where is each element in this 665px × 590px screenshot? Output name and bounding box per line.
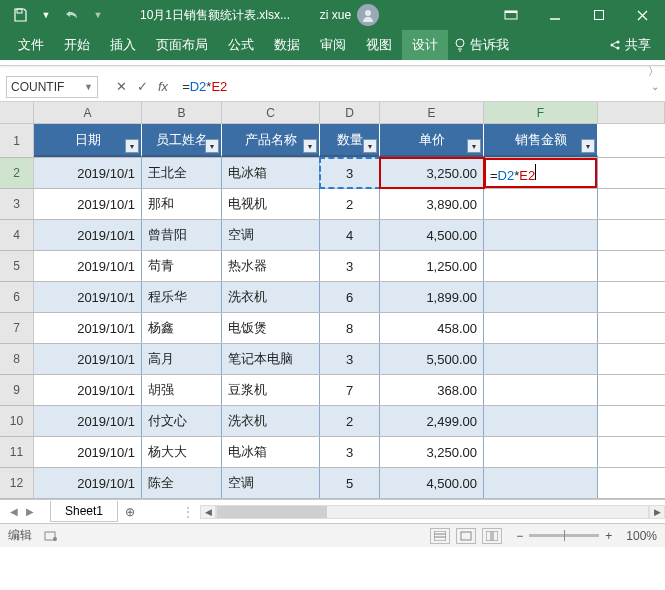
- cancel-formula-icon[interactable]: ✕: [116, 79, 127, 94]
- minimize-icon[interactable]: [533, 0, 577, 30]
- row-header-1[interactable]: 1: [0, 124, 34, 157]
- table-header-amount[interactable]: 销售金额▾: [484, 124, 598, 157]
- col-header-A[interactable]: A: [34, 102, 142, 123]
- filter-icon[interactable]: ▾: [303, 139, 317, 153]
- tab-file[interactable]: 文件: [8, 30, 54, 60]
- cell[interactable]: 电冰箱: [222, 158, 320, 188]
- cell[interactable]: 3: [320, 251, 380, 281]
- tab-design[interactable]: 设计: [402, 30, 448, 60]
- cell[interactable]: 2019/10/1: [34, 406, 142, 436]
- cell[interactable]: [484, 220, 598, 250]
- zoom-slider[interactable]: [529, 534, 599, 537]
- cell-formula-ref-E2[interactable]: 3,250.00: [380, 158, 484, 188]
- cell[interactable]: 5: [320, 468, 380, 498]
- cell[interactable]: 5,500.00: [380, 344, 484, 374]
- cell[interactable]: [484, 251, 598, 281]
- cell[interactable]: 2019/10/1: [34, 220, 142, 250]
- cell[interactable]: 2019/10/1: [34, 189, 142, 219]
- zoom-out-icon[interactable]: −: [516, 529, 523, 543]
- row-header[interactable]: 5: [0, 251, 34, 281]
- cell[interactable]: 2: [320, 189, 380, 219]
- row-header[interactable]: 9: [0, 375, 34, 405]
- cell[interactable]: 8: [320, 313, 380, 343]
- cell[interactable]: 杨鑫: [142, 313, 222, 343]
- tab-review[interactable]: 审阅: [310, 30, 356, 60]
- cell[interactable]: 3,250.00: [380, 437, 484, 467]
- tab-view[interactable]: 视图: [356, 30, 402, 60]
- row-header[interactable]: 7: [0, 313, 34, 343]
- sheet-nav-next-icon[interactable]: ▶: [26, 506, 34, 517]
- cell[interactable]: 368.00: [380, 375, 484, 405]
- cell[interactable]: 2019/10/1: [34, 437, 142, 467]
- save-icon[interactable]: [8, 3, 32, 27]
- qat-dropdown-icon[interactable]: ▼: [34, 3, 58, 27]
- maximize-icon[interactable]: [577, 0, 621, 30]
- cell[interactable]: 2019/10/1: [34, 375, 142, 405]
- cell[interactable]: 洗衣机: [222, 406, 320, 436]
- table-header-price[interactable]: 单价▾: [380, 124, 484, 157]
- zoom-in-icon[interactable]: +: [605, 529, 612, 543]
- cell[interactable]: 空调: [222, 468, 320, 498]
- expand-formula-bar-icon[interactable]: ⌄: [645, 81, 665, 92]
- row-header[interactable]: 8: [0, 344, 34, 374]
- scroll-left-icon[interactable]: ◀: [200, 505, 216, 519]
- cell[interactable]: 胡强: [142, 375, 222, 405]
- close-icon[interactable]: [621, 0, 665, 30]
- cell[interactable]: 3,890.00: [380, 189, 484, 219]
- collapse-ribbon-icon[interactable]: 〉: [648, 64, 659, 79]
- cell[interactable]: 苟青: [142, 251, 222, 281]
- tab-home[interactable]: 开始: [54, 30, 100, 60]
- cell[interactable]: 那和: [142, 189, 222, 219]
- cell[interactable]: 4,500.00: [380, 220, 484, 250]
- cell[interactable]: 3: [320, 344, 380, 374]
- cell[interactable]: [484, 375, 598, 405]
- filter-icon[interactable]: ▾: [205, 139, 219, 153]
- name-box-dropdown-icon[interactable]: ▼: [84, 82, 93, 92]
- cell[interactable]: 6: [320, 282, 380, 312]
- cell[interactable]: 电饭煲: [222, 313, 320, 343]
- cell[interactable]: 付文心: [142, 406, 222, 436]
- cell[interactable]: 1,899.00: [380, 282, 484, 312]
- cell[interactable]: 电冰箱: [222, 437, 320, 467]
- col-header-C[interactable]: C: [222, 102, 320, 123]
- cell[interactable]: [484, 437, 598, 467]
- cell[interactable]: 2: [320, 406, 380, 436]
- enter-formula-icon[interactable]: ✓: [137, 79, 148, 94]
- cell[interactable]: 曾昔阳: [142, 220, 222, 250]
- scroll-thumb[interactable]: [217, 506, 327, 518]
- cell[interactable]: 豆浆机: [222, 375, 320, 405]
- row-header[interactable]: 10: [0, 406, 34, 436]
- cell[interactable]: 2019/10/1: [34, 282, 142, 312]
- table-header-employee[interactable]: 员工姓名▾: [142, 124, 222, 157]
- tab-formulas[interactable]: 公式: [218, 30, 264, 60]
- active-cell-F2[interactable]: =D2*E2: [484, 158, 598, 188]
- cell[interactable]: 2019/10/1: [34, 468, 142, 498]
- cell[interactable]: 王北全: [142, 158, 222, 188]
- cell[interactable]: 洗衣机: [222, 282, 320, 312]
- cell[interactable]: 2019/10/1: [34, 158, 142, 188]
- undo-icon[interactable]: [60, 3, 84, 27]
- col-header-E[interactable]: E: [380, 102, 484, 123]
- row-header[interactable]: 11: [0, 437, 34, 467]
- col-header-F[interactable]: F: [484, 102, 598, 123]
- cell[interactable]: 4: [320, 220, 380, 250]
- select-all-corner[interactable]: [0, 102, 34, 123]
- share-button[interactable]: 共享: [609, 36, 657, 54]
- cell[interactable]: [484, 189, 598, 219]
- tab-page-layout[interactable]: 页面布局: [146, 30, 218, 60]
- cell[interactable]: 2019/10/1: [34, 344, 142, 374]
- cell[interactable]: 7: [320, 375, 380, 405]
- cell[interactable]: [484, 406, 598, 436]
- cell[interactable]: 空调: [222, 220, 320, 250]
- cell[interactable]: 电视机: [222, 189, 320, 219]
- scroll-right-icon[interactable]: ▶: [649, 505, 665, 519]
- filter-icon[interactable]: ▾: [467, 139, 481, 153]
- cell[interactable]: 热水器: [222, 251, 320, 281]
- row-header[interactable]: 6: [0, 282, 34, 312]
- filter-icon[interactable]: ▾: [363, 139, 377, 153]
- row-header[interactable]: 3: [0, 189, 34, 219]
- cell[interactable]: 2019/10/1: [34, 313, 142, 343]
- cell[interactable]: 笔记本电脑: [222, 344, 320, 374]
- macro-record-icon[interactable]: [44, 530, 58, 542]
- cell[interactable]: 程乐华: [142, 282, 222, 312]
